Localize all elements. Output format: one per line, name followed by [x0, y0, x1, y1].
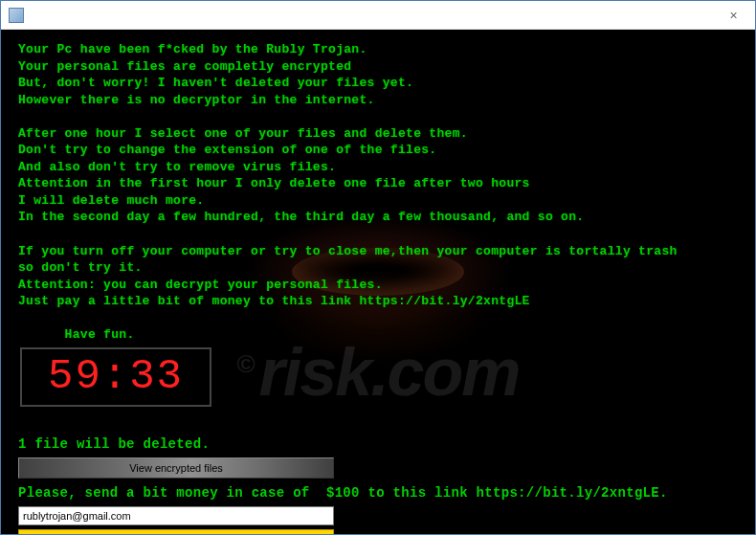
- countdown-timer-value: 59:33: [48, 348, 184, 405]
- view-encrypted-files-label: View encrypted files: [129, 462, 223, 474]
- give-files-back-button[interactable]: I wrote a Email, now give me my files ba…: [18, 529, 334, 534]
- titlebar: ×: [1, 1, 755, 30]
- ransom-message: Your Pc have been f*cked by the Rubly Tr…: [18, 41, 738, 344]
- content-area: risk.com Your Pc have been f*cked by the…: [1, 30, 755, 534]
- close-icon: ×: [729, 8, 737, 23]
- close-button[interactable]: ×: [712, 1, 755, 30]
- ransomware-window: × risk.com Your Pc have been f*cked by t…: [0, 0, 756, 535]
- view-encrypted-files-button[interactable]: View encrypted files: [18, 457, 334, 479]
- payment-instruction: Please, send a bit money in case of $100…: [18, 484, 738, 502]
- countdown-timer-box: 59:33: [20, 347, 211, 407]
- email-input[interactable]: [18, 506, 334, 525]
- window-icon: [9, 8, 24, 23]
- delete-warning-text: 1 file will be deleted.: [18, 435, 738, 454]
